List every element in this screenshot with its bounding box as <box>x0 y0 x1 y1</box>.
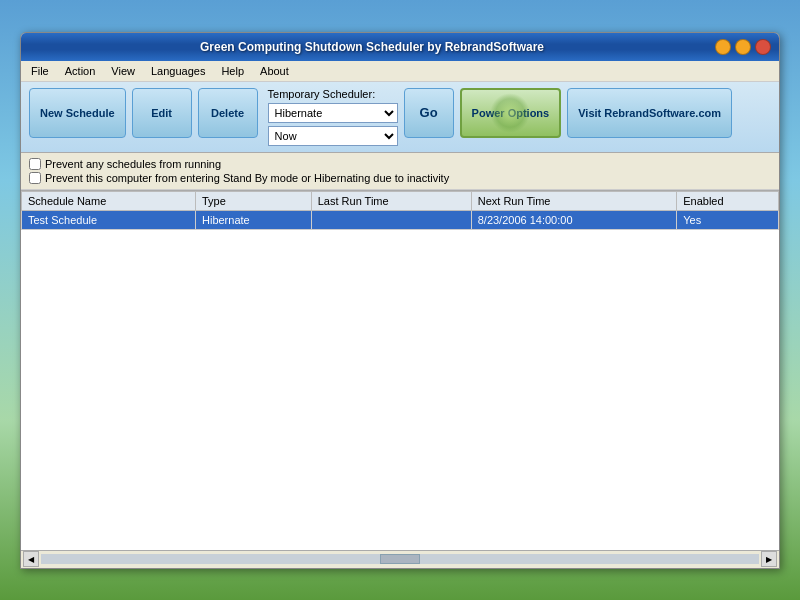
new-schedule-button[interactable]: New Schedule <box>29 88 126 138</box>
temporary-scheduler-label: Temporary Scheduler: <box>268 88 398 100</box>
prevent-schedules-checkbox[interactable] <box>29 158 41 170</box>
desktop: Green Computing Shutdown Scheduler by Re… <box>0 0 800 600</box>
scroll-left-button[interactable]: ◀ <box>23 551 39 567</box>
table-row[interactable]: Test ScheduleHibernate8/23/2006 14:00:00… <box>22 210 779 229</box>
menu-help[interactable]: Help <box>215 63 250 79</box>
cell-1: Hibernate <box>196 210 312 229</box>
cell-4: Yes <box>677 210 779 229</box>
col-enabled: Enabled <box>677 191 779 210</box>
menu-file[interactable]: File <box>25 63 55 79</box>
col-type: Type <box>196 191 312 210</box>
prevent-schedules-row: Prevent any schedules from running <box>29 157 771 171</box>
prevent-standby-checkbox[interactable] <box>29 172 41 184</box>
minimize-button[interactable] <box>715 39 731 55</box>
col-next-run: Next Run Time <box>471 191 677 210</box>
prevent-standby-label: Prevent this computer from entering Stan… <box>45 172 449 184</box>
options-area: Prevent any schedules from running Preve… <box>21 153 779 190</box>
title-bar-controls <box>715 39 771 55</box>
table-header: Schedule Name Type Last Run Time Next Ru… <box>22 191 779 210</box>
scheduler-type-select[interactable]: Hibernate Shut Down Restart Stand By Log… <box>268 103 398 123</box>
power-options-button[interactable]: Power Options <box>460 88 562 138</box>
cell-0: Test Schedule <box>22 210 196 229</box>
scroll-track[interactable] <box>41 554 759 564</box>
menu-languages[interactable]: Languages <box>145 63 211 79</box>
edit-button[interactable]: Edit <box>132 88 192 138</box>
col-schedule-name: Schedule Name <box>22 191 196 210</box>
visit-website-button[interactable]: Visit RebrandSoftware.com <box>567 88 732 138</box>
prevent-schedules-label: Prevent any schedules from running <box>45 158 221 170</box>
menu-view[interactable]: View <box>105 63 141 79</box>
go-button[interactable]: Go <box>404 88 454 138</box>
menu-about[interactable]: About <box>254 63 295 79</box>
cell-3: 8/23/2006 14:00:00 <box>471 210 677 229</box>
prevent-standby-row: Prevent this computer from entering Stan… <box>29 171 771 185</box>
scroll-right-button[interactable]: ▶ <box>761 551 777 567</box>
scroll-thumb[interactable] <box>380 554 420 564</box>
window-title: Green Computing Shutdown Scheduler by Re… <box>29 40 715 54</box>
table-body: Test ScheduleHibernate8/23/2006 14:00:00… <box>22 210 779 229</box>
horizontal-scrollbar[interactable]: ◀ ▶ <box>21 550 779 568</box>
title-bar: Green Computing Shutdown Scheduler by Re… <box>21 33 779 61</box>
main-window: Green Computing Shutdown Scheduler by Re… <box>20 32 780 569</box>
menu-bar: File Action View Languages Help About <box>21 61 779 82</box>
close-button[interactable] <box>755 39 771 55</box>
menu-action[interactable]: Action <box>59 63 102 79</box>
scheduler-time-select[interactable]: Now In 5 minutes In 10 minutes In 15 min… <box>268 126 398 146</box>
toolbar: New Schedule Edit Delete Temporary Sched… <box>21 82 779 153</box>
schedule-table-container: Schedule Name Type Last Run Time Next Ru… <box>21 190 779 550</box>
delete-button[interactable]: Delete <box>198 88 258 138</box>
temporary-scheduler-group: Temporary Scheduler: Hibernate Shut Down… <box>268 88 398 146</box>
cell-2 <box>311 210 471 229</box>
col-last-run: Last Run Time <box>311 191 471 210</box>
maximize-button[interactable] <box>735 39 751 55</box>
schedule-table: Schedule Name Type Last Run Time Next Ru… <box>21 191 779 230</box>
